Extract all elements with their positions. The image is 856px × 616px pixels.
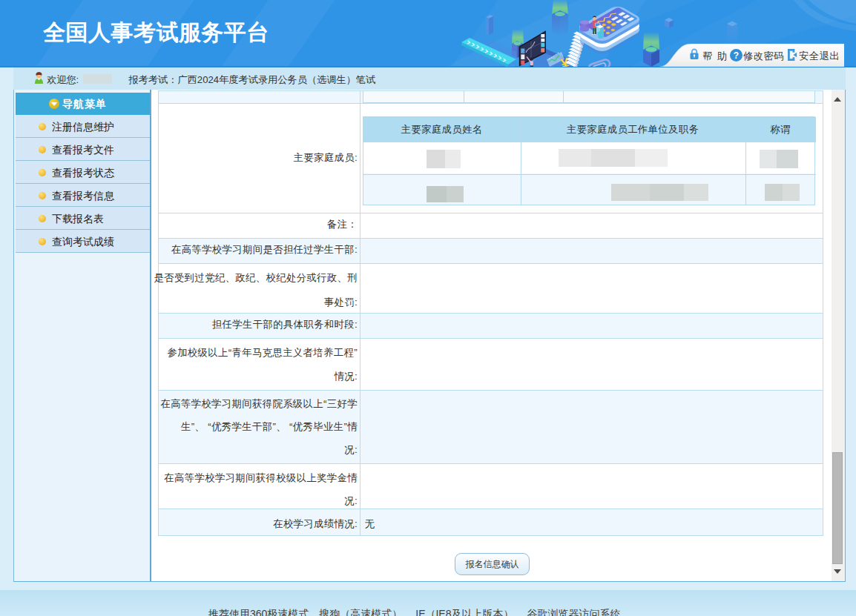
- svg-text:?: ?: [734, 50, 739, 61]
